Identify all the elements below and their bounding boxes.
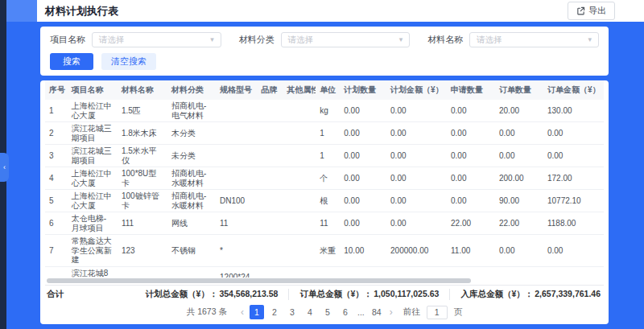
page-header: 材料计划执行表 导出 bbox=[37, 0, 644, 22]
table-cell: 12石膏板 bbox=[118, 266, 167, 278]
page-button[interactable]: 5 bbox=[320, 305, 335, 319]
horizontal-scrollbar[interactable] bbox=[45, 278, 604, 284]
table-cell: 滨江花城三期项目 bbox=[68, 145, 118, 167]
clear-search-button[interactable]: 清空搜索 bbox=[101, 53, 156, 70]
filter-label-project-name: 项目名称 bbox=[50, 34, 85, 46]
table-row[interactable]: 8滨江花城8期项目-分包12石膏板墙面辅材1200*2440*12龙牌根0.00… bbox=[45, 266, 604, 278]
project-name-select[interactable]: 请选择 ▾ bbox=[92, 32, 221, 47]
column-header: 材料分类 bbox=[167, 80, 216, 100]
search-button[interactable]: 搜索 bbox=[50, 53, 93, 70]
table-cell: 0.00 bbox=[495, 145, 543, 167]
table-row[interactable]: 3滨江花城三期项目1.5米水平仪未分类10.000.000.000.000.00 bbox=[45, 145, 604, 167]
table-panel: 序号项目名称材料名称材料分类规格型号品牌其他属性单位计划数量计划金额（¥）申请数… bbox=[40, 80, 609, 324]
table-cell: 22.00 bbox=[495, 212, 543, 235]
table-header-row: 序号项目名称材料名称材料分类规格型号品牌其他属性单位计划数量计划金额（¥）申请数… bbox=[45, 80, 604, 100]
page-ellipsis[interactable]: ... bbox=[356, 307, 366, 317]
total-item-label: 计划总金额（¥）： bbox=[146, 289, 218, 300]
table-cell: 0.00 bbox=[495, 235, 543, 267]
table-cell: 常熟鑫达大学生公寓新建 bbox=[68, 235, 118, 267]
page-title: 材料计划执行表 bbox=[45, 4, 568, 19]
page-button[interactable]: 84 bbox=[369, 305, 384, 319]
total-item-label: 入库总金额（¥）： bbox=[460, 289, 533, 300]
total-item: 计划总金额（¥）：354,568,213.58 bbox=[135, 289, 290, 300]
table-cell: 0.00 bbox=[340, 167, 386, 190]
table-cell: 1.8米木床 bbox=[118, 122, 167, 145]
pagination: 共 1673 条 ‹ 123456...84 › 前往 页 bbox=[45, 302, 604, 324]
table-cell: 11 bbox=[316, 212, 340, 235]
total-item: 订单总金额（¥）：1,050,117,025.63 bbox=[289, 289, 450, 300]
table-cell: 2 bbox=[45, 122, 68, 145]
table-cell: 0.00 bbox=[386, 167, 447, 190]
table-cell: 0.00 bbox=[447, 190, 495, 212]
material-category-select[interactable]: 请选择 ▾ bbox=[281, 32, 411, 47]
filter-label-material-name: 材料名称 bbox=[427, 34, 463, 46]
table-cell bbox=[216, 100, 257, 122]
chevron-down-icon: ▾ bbox=[210, 36, 214, 43]
table-cell: 111 bbox=[118, 212, 167, 235]
table-cell: 1 bbox=[45, 100, 68, 122]
next-page-button[interactable]: › bbox=[387, 306, 395, 318]
table-cell: kg bbox=[316, 100, 340, 122]
chevron-left-icon: ‹ bbox=[3, 163, 6, 171]
sidebar-expand-handle[interactable]: ‹ bbox=[0, 153, 9, 182]
column-header: 序号 bbox=[45, 80, 68, 100]
table-row[interactable]: 2滨江花城三期项目1.8米木床木分类10.000.000.000.000.00 bbox=[45, 122, 604, 145]
table-cell: 米重 bbox=[316, 235, 340, 267]
table-row[interactable]: 5上海松江中心大厦100镀锌管卡招商机电-水暖材料DN100根0.000.000… bbox=[45, 190, 604, 212]
column-header: 其他属性 bbox=[283, 80, 316, 100]
table-cell: 上海松江中心大厦 bbox=[68, 100, 118, 122]
page-button[interactable]: 4 bbox=[303, 305, 317, 319]
totals-label: 合计 bbox=[47, 289, 64, 300]
export-button[interactable]: 导出 bbox=[568, 2, 615, 20]
table-cell: 1.5米水平仪 bbox=[118, 145, 167, 167]
table-cell: 0.00 bbox=[386, 190, 447, 212]
material-name-select-placeholder: 请选择 bbox=[477, 35, 502, 46]
scrollbar-thumb[interactable] bbox=[47, 278, 471, 283]
table-row[interactable]: 7常熟鑫达大学生公寓新建123不锈钢*米重10.00200000.0011.00… bbox=[45, 235, 604, 267]
left-sidebar: ‹ bbox=[0, 0, 6, 329]
filter-panel: 项目名称 请选择 ▾ 材料分类 请选择 ▾ 材料 bbox=[40, 27, 609, 76]
table-row[interactable]: 4上海松江中心大厦100*8U型卡招商机电-水暖材料个0.000.000.002… bbox=[45, 167, 604, 190]
table-cell: 根 bbox=[316, 190, 340, 212]
table-row[interactable]: 1上海松江中心大厦1.5匹招商机电-电气材料kg0.000.000.0020.0… bbox=[45, 100, 604, 122]
table-cell: 7 bbox=[45, 235, 68, 267]
totals-items: 计划总金额（¥）：354,568,213.58订单总金额（¥）：1,050,11… bbox=[135, 289, 602, 300]
table-cell: 0.00 bbox=[340, 145, 386, 167]
table-cell: 0.00 bbox=[340, 212, 386, 235]
table-cell: 0.00 bbox=[386, 266, 447, 278]
table-row[interactable]: 6太仓电梯-月球项目111网线11110.000.0022.0022.00118… bbox=[45, 212, 604, 235]
filter-group-project-name: 项目名称 请选择 ▾ bbox=[50, 32, 221, 47]
table-cell: 滨江花城三期项目 bbox=[68, 122, 118, 145]
table-cell: 5 bbox=[45, 190, 68, 212]
page-button[interactable]: 2 bbox=[267, 305, 282, 319]
goto-label: 前往 bbox=[403, 306, 420, 318]
material-name-select[interactable]: 请选择 ▾ bbox=[469, 32, 599, 47]
table-scroll-area[interactable]: 序号项目名称材料名称材料分类规格型号品牌其他属性单位计划数量计划金额（¥）申请数… bbox=[45, 80, 604, 278]
table-cell: 200.00 bbox=[495, 167, 543, 190]
nav-logo-block[interactable] bbox=[6, 0, 37, 22]
page-button[interactable]: 6 bbox=[338, 305, 353, 319]
table-cell: 1200*2440*12 bbox=[216, 266, 257, 278]
table-cell bbox=[216, 145, 257, 167]
table-cell bbox=[283, 100, 316, 122]
table-cell bbox=[257, 212, 283, 235]
prev-page-button[interactable]: ‹ bbox=[238, 306, 246, 318]
page-button[interactable]: 3 bbox=[285, 305, 299, 319]
table-cell: 0.00 bbox=[447, 100, 495, 122]
table-cell bbox=[283, 145, 316, 167]
table-cell: 11 bbox=[216, 212, 257, 235]
table-cell: 22.00 bbox=[447, 212, 495, 235]
filter-actions: 搜索 清空搜索 bbox=[50, 53, 599, 70]
table-cell bbox=[257, 122, 283, 145]
table-cell: 招商机电-水暖材料 bbox=[167, 167, 216, 190]
export-label: 导出 bbox=[588, 5, 606, 17]
table-cell: 0.00 bbox=[543, 122, 604, 145]
chevron-down-icon: ▾ bbox=[588, 36, 592, 43]
goto-page-input[interactable] bbox=[427, 306, 448, 319]
total-item: 入库总金额（¥）：2,657,339,761.46 bbox=[450, 289, 602, 300]
column-header: 计划数量 bbox=[340, 80, 386, 100]
page-button[interactable]: 1 bbox=[250, 305, 264, 319]
table-cell: 1.5匹 bbox=[118, 100, 167, 122]
table-cell: 4 bbox=[45, 167, 68, 190]
table-cell bbox=[283, 190, 316, 212]
